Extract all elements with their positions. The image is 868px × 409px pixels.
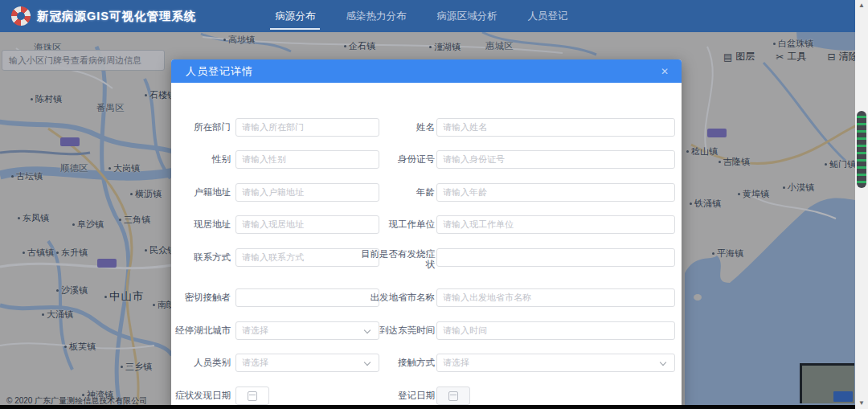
form-label: 到达东莞时间 <box>358 325 435 337</box>
nav-item-1[interactable]: 病源分布 <box>273 6 317 27</box>
form-label: 姓名 <box>358 121 435 133</box>
form-label: 登记日期 <box>358 390 435 402</box>
modal-title: 人员登记详情 <box>186 64 657 79</box>
input-placeholder: 请输入时间 <box>437 322 674 339</box>
modal-body: 所在部门请输入所在部门姓名请输入姓名性别请输入性别身份证号请输入身份证号户籍地址… <box>171 83 682 409</box>
life-buoy-logo-icon <box>11 6 31 26</box>
text-input-field[interactable]: 请输入身份证号 <box>436 150 675 169</box>
text-input-field[interactable]: 请输入姓名 <box>436 118 675 137</box>
form-row-1: 所在部门请输入所在部门姓名请输入姓名 <box>171 118 682 137</box>
text-input-field[interactable]: 请输入时间 <box>436 321 675 340</box>
text-input-field[interactable]: 请输入现工作单位 <box>436 215 675 234</box>
form-label: 身份证号 <box>358 153 435 166</box>
select-field[interactable]: 请选择 <box>436 354 675 372</box>
form-label: 症状发现日期 <box>176 390 231 402</box>
form-row-6: 密切接触者出发地省市名称请输入出发地省市名称 <box>171 288 682 308</box>
text-input-field[interactable] <box>436 248 675 267</box>
modal-header: 人员登记详情 ✕ <box>171 59 682 83</box>
main-nav: 病源分布感染热力分布病源区域分析人员登记 <box>273 6 569 27</box>
form-label: 密切接触者 <box>176 292 231 304</box>
form-label: 性别 <box>176 153 231 166</box>
text-input-field[interactable]: 请输入年龄 <box>436 183 675 202</box>
input-placeholder: 请输入身份证号 <box>437 151 674 168</box>
form-row-3: 户籍地址请输入户籍地址年龄请输入年龄 <box>171 183 682 202</box>
app-title: 新冠病源GIS可视化管理系统 <box>37 9 196 24</box>
form-label: 户籍地址 <box>176 186 231 198</box>
form-row-8: 人员类别请选择接触方式请选择 <box>171 354 682 373</box>
text-input-field[interactable]: 请输入出发地省市名称 <box>436 288 675 307</box>
form-label: 联系方式 <box>176 252 231 264</box>
form-row-7: 经停湖北城市请选择到达东莞时间请输入时间 <box>171 321 682 341</box>
scrollbar-down-arrow-icon[interactable]: ▼ <box>855 398 868 409</box>
form-row-5: 联系方式请输入联系方式目前是否有发烧症状 <box>171 248 682 268</box>
input-placeholder: 请输入姓名 <box>437 119 674 136</box>
app-header: 新冠病源GIS可视化管理系统 病源分布感染热力分布病源区域分析人员登记 <box>0 0 855 32</box>
form-row-4: 现居地址请输入现居地址现工作单位请输入现工作单位 <box>171 215 682 235</box>
form-label: 现工作单位 <box>358 219 435 231</box>
calendar-icon <box>248 391 257 401</box>
form-label: 出发地省市名称 <box>358 292 435 304</box>
form-label: 人员类别 <box>176 357 231 369</box>
input-placeholder: 请输入现工作单位 <box>437 216 674 233</box>
form-label: 年龄 <box>358 186 435 198</box>
form-label: 目前是否有发烧症状 <box>358 249 435 270</box>
input-placeholder: 请输入年龄 <box>437 184 674 201</box>
scrollbar-up-arrow-icon[interactable]: ▲ <box>855 0 868 11</box>
scrollbar-thumb[interactable] <box>857 111 866 188</box>
form-label: 接触方式 <box>358 357 435 369</box>
person-registration-modal: 人员登记详情 ✕ 所在部门请输入所在部门姓名请输入姓名性别请输入性别身份证号请输… <box>171 59 682 409</box>
nav-item-2[interactable]: 感染热力分布 <box>344 6 407 27</box>
form-label: 所在部门 <box>176 121 231 133</box>
nav-item-3[interactable]: 病源区域分析 <box>435 6 498 27</box>
form-label: 现居地址 <box>176 219 231 231</box>
calendar-icon <box>448 391 458 401</box>
close-icon[interactable]: ✕ <box>657 64 672 79</box>
form-label: 经停湖北城市 <box>176 325 231 337</box>
select-placeholder: 请选择 <box>437 354 674 371</box>
date-picker-field[interactable] <box>436 387 470 405</box>
app-window: 海珠区高埗镇企石镇潼湖镇惠城区陈村镇石楼镇番禺区顺德区大岗镇古坛镇横沥镇东凤镇阜… <box>0 0 868 409</box>
form-row-2: 性别请输入性别身份证号请输入身份证号 <box>171 150 682 170</box>
form-row-9: 症状发现日期登记日期 <box>171 387 682 406</box>
nav-item-4[interactable]: 人员登记 <box>526 6 569 27</box>
bottom-black-strip <box>0 405 855 409</box>
page-scrollbar[interactable]: ▲ ▼ <box>855 0 868 409</box>
input-placeholder: 请输入出发地省市名称 <box>437 289 674 306</box>
date-picker-field[interactable] <box>235 387 269 405</box>
